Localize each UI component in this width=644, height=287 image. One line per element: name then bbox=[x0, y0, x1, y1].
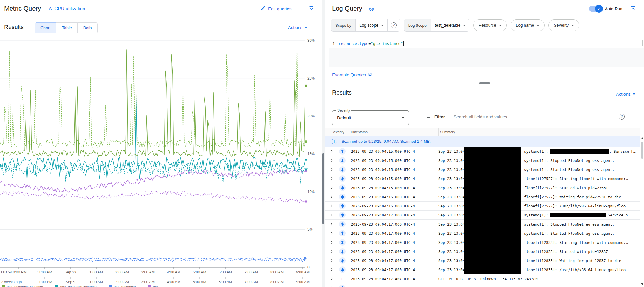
tab-table[interactable]: Table bbox=[56, 22, 77, 33]
results-scrollbar[interactable] bbox=[640, 129, 644, 287]
log-row[interactable]: 2025-09-23 09:04:15.000 UTC-4Sep 23 13:0… bbox=[325, 174, 640, 183]
expand-row-chevron[interactable] bbox=[329, 231, 334, 237]
editor-scrollbar[interactable] bbox=[642, 40, 643, 46]
expand-row-chevron[interactable] bbox=[329, 185, 334, 191]
metric-query-title: Metric Query bbox=[4, 5, 41, 12]
metric-actions-label: Actions bbox=[288, 25, 302, 30]
example-queries-link[interactable]: Example Queries bbox=[332, 72, 372, 77]
severity-default-icon bbox=[339, 248, 346, 255]
log-summary: flooefi[27527]: Starting flooefi with co… bbox=[524, 177, 639, 181]
svg-text:0: 0 bbox=[307, 265, 310, 269]
log-scope-group: Log Scope test_deletable bbox=[404, 19, 469, 32]
log-results-title: Results bbox=[332, 89, 352, 96]
log-summary: GET 0 0 B 10 s Unknown 34.173.67.243:80 bbox=[438, 277, 639, 281]
log-actions-dropdown[interactable]: Actions bbox=[616, 92, 635, 97]
legend-item[interactable]: test_deletable-… bbox=[109, 285, 141, 287]
metric-actions-dropdown[interactable]: Actions bbox=[288, 25, 307, 30]
auto-run-toggle[interactable]: ✓ bbox=[589, 6, 602, 12]
log-timestamp: 2025-09-23 09:04:17.000 UTC-4 bbox=[351, 268, 415, 272]
expand-row-chevron[interactable] bbox=[329, 240, 334, 246]
severity-pill-label: Severity bbox=[554, 23, 569, 28]
log-scope-toolbar: Scope by Log scope ? Log Scope test_dele… bbox=[331, 18, 642, 32]
log-row[interactable]: 2025-09-23 09:04:15.000 UTC-4Sep 23 13:0… bbox=[325, 147, 640, 156]
results-resize-handle[interactable] bbox=[479, 82, 490, 84]
query-code[interactable]: resource.type="gce_instance" bbox=[339, 41, 404, 46]
chart-canvas[interactable]: 30%25%20%15%10%5%0UTC-410:00 PM11:00 PMS… bbox=[0, 38, 318, 287]
expand-row-chevron[interactable] bbox=[329, 249, 334, 255]
collapse-metric-panel-button[interactable] bbox=[308, 5, 315, 13]
log-scope-dropdown[interactable]: Log scope bbox=[356, 19, 387, 31]
query-operator-token: = bbox=[369, 41, 371, 46]
log-row[interactable]: 2025-09-23 09:04:17.000 UTC-4Sep 23 13:0… bbox=[325, 229, 640, 238]
log-timestamp: 2025-09-23 09:04:17.000 UTC-4 bbox=[351, 240, 415, 245]
redacted-hostname bbox=[464, 183, 521, 192]
log-row[interactable]: 2025-09-23 09:04:17.000 UTC-4Sep 23 13:0… bbox=[325, 247, 640, 256]
expand-row-chevron[interactable] bbox=[329, 213, 334, 219]
legend-item[interactable]: test_deletable-instance-… bbox=[2, 285, 48, 287]
expand-row-chevron[interactable] bbox=[329, 194, 334, 200]
example-queries-label: Example Queries bbox=[332, 72, 366, 77]
redacted-hostname bbox=[464, 165, 521, 174]
expand-row-chevron[interactable] bbox=[329, 176, 334, 182]
metric-query-a-link[interactable]: A: CPU utilization bbox=[49, 6, 85, 11]
auto-run-control: ✓ Auto-Run bbox=[589, 6, 622, 12]
resource-filter-pill[interactable]: Resource bbox=[473, 19, 507, 31]
log-summary: flooefi[27527]: /usr/lib/x86_64-linux-gn… bbox=[524, 204, 639, 208]
log-timestamp: 2025-09-23 09:04:17.000 UTC-4 bbox=[351, 222, 415, 226]
log-summary: systemd[1]: Stopped FlooNet egress agent… bbox=[524, 222, 639, 226]
log-row[interactable]: 2025-09-23 09:04:15.000 UTC-4Sep 23 13:0… bbox=[325, 183, 640, 192]
filter-row-divider bbox=[635, 110, 635, 124]
svg-text:Sep 9: Sep 9 bbox=[66, 280, 75, 284]
scroll-up-arrow[interactable] bbox=[641, 137, 643, 139]
text-cursor bbox=[403, 41, 404, 46]
query-editor-line[interactable]: 1 resource.type="gce_instance" bbox=[329, 39, 644, 48]
expand-row-chevron[interactable] bbox=[329, 158, 334, 164]
legend-item[interactable]: test_deletable-instance-… bbox=[55, 285, 101, 287]
expand-row-chevron[interactable] bbox=[329, 286, 334, 287]
expand-row-chevron[interactable] bbox=[329, 258, 334, 264]
filter-search-input[interactable]: Search all fields and values bbox=[454, 114, 507, 119]
scope-help-button[interactable]: ? bbox=[387, 19, 400, 31]
severity-filter-pill[interactable]: Severity bbox=[548, 19, 579, 31]
divider-drag-handle[interactable] bbox=[322, 153, 324, 224]
edit-queries-button[interactable]: Edit queries bbox=[261, 6, 291, 11]
results-help-button[interactable]: ? bbox=[619, 114, 625, 120]
log-row[interactable] bbox=[325, 283, 640, 287]
log-query-editor[interactable]: 1 resource.type="gce_instance" bbox=[329, 39, 644, 67]
expand-row-chevron[interactable] bbox=[329, 167, 334, 173]
log-row[interactable]: 2025-09-23 09:04:15.000 UTC-4Sep 23 13:0… bbox=[325, 192, 640, 202]
legend-item[interactable]: test-… bbox=[148, 285, 163, 287]
cpu-utilization-chart[interactable]: 30%25%20%15%10%5%0UTC-410:00 PM11:00 PMS… bbox=[0, 38, 322, 287]
log-row[interactable]: 2025-09-23 09:04:17.000 UTC-4Sep 23 13:0… bbox=[325, 265, 640, 274]
severity-default-icon bbox=[339, 285, 346, 287]
severity-info-icon: i bbox=[341, 276, 342, 281]
help-icon: ? bbox=[391, 22, 397, 28]
tab-both[interactable]: Both bbox=[77, 22, 98, 33]
log-row[interactable]: 2025-09-23 09:04:17.000 UTC-4Sep 23 13:0… bbox=[325, 238, 640, 247]
expand-row-chevron[interactable] bbox=[329, 222, 334, 228]
log-row[interactable]: 2025-09-23 09:04:15.000 UTC-4Sep 23 13:0… bbox=[325, 202, 640, 211]
svg-text:5:00 AM: 5:00 AM bbox=[193, 270, 206, 274]
log-row[interactable]: 2025-09-23 09:04:17.000 UTC-4Sep 23 13:0… bbox=[325, 211, 640, 220]
legend-label: test_deletable-instance-… bbox=[7, 285, 48, 287]
expand-row-chevron[interactable] bbox=[329, 267, 334, 273]
expand-row-chevron[interactable] bbox=[329, 204, 334, 209]
log-row[interactable]: 2025-09-23 09:04:15.000 UTC-4Sep 23 13:0… bbox=[325, 165, 640, 174]
collapse-log-panel-button[interactable] bbox=[630, 5, 636, 13]
panel-resize-divider[interactable] bbox=[322, 0, 325, 287]
log-name-filter-pill[interactable]: Log name bbox=[511, 19, 545, 31]
expand-row-chevron[interactable] bbox=[329, 276, 334, 282]
svg-text:Sep 23: Sep 23 bbox=[65, 270, 76, 274]
svg-text:9:00 AM: 9:00 AM bbox=[296, 280, 310, 284]
tab-chart[interactable]: Chart bbox=[35, 22, 56, 33]
link-icon[interactable] bbox=[369, 6, 375, 14]
log-scope-value-dropdown[interactable]: test_deletable bbox=[431, 19, 469, 31]
expand-row-chevron[interactable] bbox=[329, 149, 334, 155]
scroll-down-arrow[interactable] bbox=[641, 283, 643, 285]
severity-select[interactable]: Severity Default bbox=[332, 110, 409, 125]
log-row[interactable]: 2025-09-23 09:04:15.000 UTC-4Sep 23 13:0… bbox=[325, 156, 640, 165]
log-row[interactable]: 2025-09-23 09:04:17.000 UTC-4Sep 23 13:0… bbox=[325, 220, 640, 229]
log-row[interactable]: 2025-09-23 09:04:17.000 UTC-4Sep 23 13:0… bbox=[325, 256, 640, 265]
log-row[interactable]: i2025-09-23 09:04:17.407 UTC-4GET 0 0 B … bbox=[325, 274, 640, 283]
scrollbar-thumb[interactable] bbox=[641, 142, 643, 159]
